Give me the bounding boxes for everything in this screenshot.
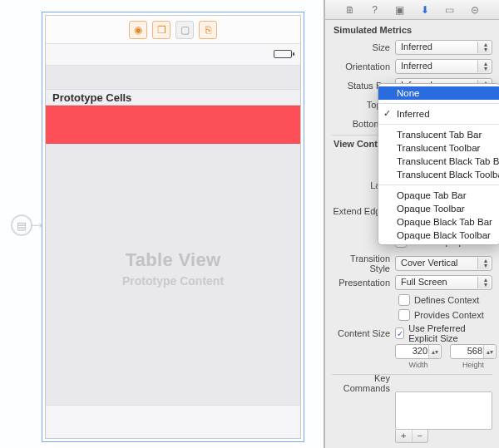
defines-context-label: Defines Context bbox=[414, 295, 479, 305]
dropdown-item-opaque-toolbar[interactable]: Opaque Toolbar bbox=[378, 202, 499, 215]
loop-icon[interactable]: ◉ bbox=[129, 21, 147, 39]
orientation-select[interactable]: Inferred▴▾ bbox=[395, 59, 492, 74]
dropdown-item-opaque-black-toolbar[interactable]: Opaque Black Toolbar bbox=[378, 229, 499, 242]
size-select[interactable]: Inferred▴▾ bbox=[395, 40, 492, 55]
presentation-label: Presentation bbox=[332, 278, 395, 288]
dropdown-item-trans-black-tabbar[interactable]: Translucent Black Tab Bar bbox=[378, 155, 499, 168]
tab-identity-icon[interactable]: ▣ bbox=[393, 3, 407, 17]
width-stepper[interactable]: ▴▾ bbox=[428, 345, 440, 358]
content-size-label: Content Size bbox=[332, 328, 395, 338]
tab-connections-icon[interactable]: ⊝ bbox=[468, 3, 482, 17]
dropdown-item-opaque-tabbar[interactable]: Opaque Tab Bar bbox=[378, 189, 499, 202]
presentation-select[interactable]: Full Screen▴▾ bbox=[395, 275, 492, 290]
dropdown-item-inferred[interactable]: Inferred bbox=[378, 107, 499, 121]
bottombar-dropdown[interactable]: None Inferred Translucent Tab Bar Transl… bbox=[378, 83, 499, 245]
scene-toolbar: ◉ ❒ ▢ ⎘ bbox=[46, 16, 300, 44]
inspector-tabbar: 🗎 ? ▣ ⬇ ▭ ⊝ bbox=[325, 0, 499, 20]
exit-icon[interactable]: ⎘ bbox=[199, 21, 217, 39]
key-commands-list[interactable] bbox=[395, 391, 492, 430]
dropdown-item-trans-toolbar[interactable]: Translucent Toolbar bbox=[378, 141, 499, 155]
dropdown-item-trans-black-toolbar[interactable]: Translucent Black Toolbar bbox=[378, 168, 499, 181]
tab-attributes-icon[interactable]: ⬇ bbox=[418, 3, 432, 17]
section-simulated-metrics: Simulated Metrics bbox=[325, 20, 499, 38]
height-caption: Height bbox=[462, 361, 484, 369]
battery-icon bbox=[274, 50, 292, 58]
tab-size-icon[interactable]: ▭ bbox=[443, 3, 457, 17]
height-field[interactable]: 568▴▾ bbox=[450, 344, 497, 359]
square-icon[interactable]: ▢ bbox=[175, 21, 194, 39]
key-commands-add-remove: + − bbox=[395, 430, 428, 443]
width-caption: Width bbox=[408, 361, 427, 369]
provides-context-checkbox[interactable] bbox=[398, 309, 410, 321]
table-view-footer bbox=[46, 405, 300, 438]
table-view-title: Table View bbox=[126, 249, 221, 271]
key-commands-remove-button[interactable]: − bbox=[413, 430, 428, 442]
scene-device[interactable]: ◉ ❒ ▢ ⎘ Prototype Cells Table View Proto… bbox=[45, 15, 301, 439]
orientation-label: Orientation bbox=[332, 62, 395, 71]
dropdown-item-trans-tabbar[interactable]: Translucent Tab Bar bbox=[378, 128, 499, 141]
transition-style-label: Transition Style bbox=[332, 254, 395, 273]
dropdown-item-none[interactable]: None bbox=[378, 86, 499, 100]
scene-dock[interactable]: ▤ → bbox=[5, 214, 38, 236]
preferred-explicit-size-checkbox[interactable] bbox=[395, 327, 404, 339]
provides-context-label: Provides Context bbox=[414, 310, 484, 320]
entry-arrow-icon: → bbox=[27, 213, 47, 236]
status-bar-row bbox=[46, 44, 300, 66]
prototype-cells-header: Prototype Cells bbox=[46, 89, 300, 106]
transition-style-select[interactable]: Cover Vertical▴▾ bbox=[395, 256, 492, 271]
height-stepper[interactable]: ▴▾ bbox=[483, 345, 495, 358]
table-view-subtitle: Prototype Content bbox=[122, 274, 224, 288]
size-label: Size bbox=[332, 42, 395, 52]
canvas-area[interactable]: ▤ → ◉ ❒ ▢ ⎘ Prototype Cells Table View P… bbox=[0, 0, 324, 448]
table-view-body[interactable]: Table View Prototype Content bbox=[46, 144, 300, 393]
navbar-placeholder bbox=[46, 66, 300, 89]
key-commands-label: Key Commands bbox=[332, 373, 395, 393]
cube-icon[interactable]: ❒ bbox=[152, 21, 170, 39]
defines-context-checkbox[interactable] bbox=[398, 294, 410, 306]
dropdown-item-opaque-black-tabbar[interactable]: Opaque Black Tab Bar bbox=[378, 215, 499, 229]
tab-file-icon[interactable]: 🗎 bbox=[343, 3, 357, 17]
preferred-explicit-size-label: Use Preferred Explicit Size bbox=[408, 323, 492, 343]
prototype-cell[interactable] bbox=[46, 106, 300, 144]
width-field[interactable]: 320▴▾ bbox=[395, 344, 442, 359]
tab-help-icon[interactable]: ? bbox=[368, 3, 382, 17]
key-commands-add-button[interactable]: + bbox=[396, 430, 413, 442]
